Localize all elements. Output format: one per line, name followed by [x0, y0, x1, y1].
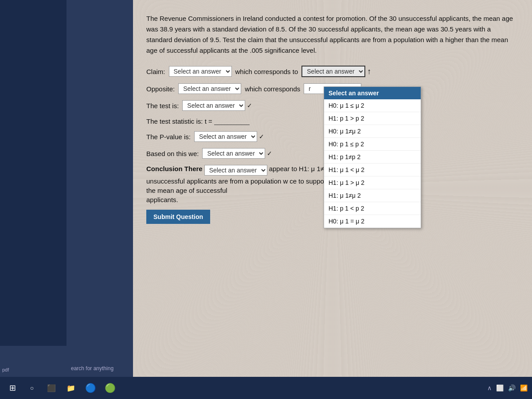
answer-dropdown[interactable]: Select an answer H0: μ 1 ≤ μ 2 H1: p 1 >… — [324, 86, 421, 228]
pvalue-arrow: ✓ — [259, 133, 264, 140]
conclusion-text2: unsuccessful applicants are from a popul… — [146, 177, 288, 185]
taskbar-right: ∧ ⬜ 🔊 📶 — [487, 384, 528, 391]
search-bar-label: earch for anything — [71, 365, 113, 372]
dropdown-item-2[interactable]: H0: μ 1≠μ 2 — [324, 125, 421, 138]
claim-row: Claim: Select an answer which correspond… — [146, 66, 514, 77]
conclusion-text4: the mean age of successful — [146, 187, 227, 194]
dropdown-item-3[interactable]: H0: p 1 ≤ p 2 — [324, 138, 421, 151]
browser-icon[interactable]: 🔵 — [82, 380, 98, 396]
pvalue-select[interactable]: Select an answer — [194, 131, 257, 142]
conclusion-text5: applicants. — [146, 196, 178, 203]
main-content: The Revenue Commissioners in Ireland con… — [133, 0, 532, 377]
file-icon[interactable]: 📁 — [63, 380, 79, 396]
pdf-label: pdf — [2, 367, 9, 372]
test-is-label: The test is: — [146, 102, 179, 110]
claim-select-2[interactable]: Select an answer — [301, 66, 365, 77]
windows-icon[interactable]: ⊞ — [4, 380, 20, 396]
conclusion-text1: appear to — [269, 165, 297, 172]
dropdown-item-9[interactable]: H0: μ 1 = μ 2 — [324, 215, 421, 228]
opposite-label: Opposite: — [146, 85, 175, 93]
claim-select-2-arrow[interactable]: ↑ — [367, 67, 371, 76]
claim-label: Claim: — [146, 68, 165, 75]
opposite-select-1[interactable]: Select an answer — [178, 83, 241, 94]
dropdown-item-4[interactable]: H1: p 1≠p 2 — [324, 151, 421, 164]
taskbar: ⊞ ○ ⬛ 📁 🔵 🟢 ∧ ⬜ 🔊 📶 — [0, 377, 532, 399]
dropdown-item-1[interactable]: H1: p 1 > p 2 — [324, 112, 421, 125]
claim-text-1: which corresponds to — [235, 68, 298, 75]
dropdown-header: Select an answer — [324, 87, 421, 99]
based-label: Based on this we: — [146, 150, 199, 157]
test-is-select[interactable]: Select an answer — [182, 100, 245, 111]
conclusion-select[interactable]: Select an answer — [204, 165, 267, 176]
based-select[interactable]: Select an answer — [202, 148, 265, 159]
taskbar-display-icon[interactable]: ⬜ — [496, 384, 504, 391]
taskbar-chevron-up[interactable]: ∧ — [487, 384, 492, 391]
conclusion-start: Conclusion There — [146, 165, 203, 172]
task-view-icon[interactable]: ⬛ — [43, 380, 59, 396]
chrome-icon[interactable]: 🟢 — [102, 380, 118, 396]
sidebar — [0, 0, 66, 346]
based-arrow: ✓ — [267, 150, 272, 157]
dropdown-item-0[interactable]: H0: μ 1 ≤ μ 2 — [324, 99, 421, 112]
pvalue-label: The P-value is: — [146, 133, 191, 141]
taskbar-sound-icon[interactable]: 🔊 — [508, 384, 516, 391]
test-statistic-label: The test statistic is: t = — [146, 117, 212, 125]
dropdown-item-7[interactable]: H1: μ 1≠μ 2 — [324, 189, 421, 202]
dropdown-item-8[interactable]: H1: p 1 < p 2 — [324, 202, 421, 215]
dropdown-item-6[interactable]: H1: μ 1 > μ 2 — [324, 176, 421, 189]
dropdown-item-5[interactable]: H1: μ 1 < μ 2 — [324, 164, 421, 176]
test-statistic-input[interactable] — [214, 117, 250, 125]
claim-select-1[interactable]: Select an answer — [169, 66, 232, 77]
test-is-arrow: ✓ — [247, 102, 252, 109]
problem-text: The Revenue Commissioners in Ireland con… — [146, 13, 514, 56]
opposite-text-1: which corresponds — [245, 85, 300, 93]
taskbar-network-icon[interactable]: 📶 — [520, 384, 528, 391]
search-icon[interactable]: ○ — [24, 380, 40, 396]
submit-button[interactable]: Submit Question — [146, 210, 210, 224]
